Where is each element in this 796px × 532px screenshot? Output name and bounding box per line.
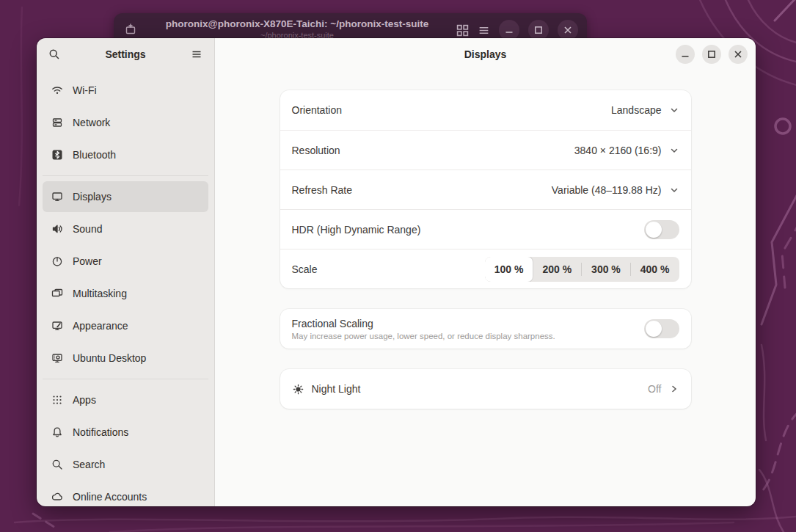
power-icon: [51, 255, 63, 267]
sidebar-item-displays[interactable]: Displays: [43, 181, 208, 212]
orientation-label: Orientation: [292, 104, 604, 116]
sidebar-item-multitasking[interactable]: Multitasking: [43, 278, 208, 309]
refresh-rate-label: Refresh Rate: [292, 184, 544, 196]
new-tab-icon[interactable]: [124, 23, 137, 36]
resolution-value: 3840 × 2160 (16:9): [574, 145, 662, 156]
fractional-scaling-card: Fractional Scaling May increase power us…: [280, 309, 691, 349]
sidebar-item-bluetooth[interactable]: Bluetooth: [43, 139, 208, 170]
sidebar-item-appearance[interactable]: Appearance: [43, 310, 208, 341]
sidebar-item-label: Ubuntu Desktop: [73, 352, 146, 364]
sidebar-item-network[interactable]: Network: [43, 107, 208, 138]
network-icon: [51, 117, 63, 128]
hamburger-menu-icon[interactable]: [191, 48, 202, 60]
orientation-row[interactable]: Orientation Landscape: [280, 90, 691, 130]
sidebar-separator: [43, 379, 208, 379]
sound-icon: [51, 223, 63, 235]
sidebar-item-label: Network: [73, 117, 110, 128]
fractional-scaling-subtitle: May increase power usage, lower speed, o…: [292, 332, 637, 340]
hdr-toggle[interactable]: [644, 220, 679, 239]
close-button[interactable]: [729, 45, 748, 64]
apps-grid-icon: [51, 394, 63, 406]
sidebar-item-label: Bluetooth: [73, 149, 116, 161]
sidebar-item-wifi[interactable]: Wi-Fi: [43, 75, 208, 106]
scale-label: Scale: [292, 263, 478, 275]
display-settings-card: Orientation Landscape Resolution 3840 × …: [280, 90, 691, 288]
terminal-title: phoronix@phoronix-X870E-Taichi: ~/phoron…: [150, 18, 444, 29]
fractional-scaling-label: Fractional Scaling: [292, 318, 637, 329]
bell-icon: [51, 426, 63, 438]
displays-panel: Displays Orientation Landscape: [215, 38, 756, 506]
sidebar-item-power[interactable]: Power: [43, 246, 208, 277]
resolution-row[interactable]: Resolution 3840 × 2160 (16:9): [280, 130, 691, 170]
display-icon: [51, 191, 63, 203]
minimize-button[interactable]: [676, 45, 695, 64]
multitasking-icon: [51, 288, 63, 299]
bluetooth-icon: [51, 149, 63, 161]
scale-option-100[interactable]: 100 %: [485, 257, 533, 282]
chevron-down-icon: [669, 105, 679, 115]
maximize-button[interactable]: [702, 45, 721, 64]
hdr-label: HDR (High Dynamic Range): [292, 224, 637, 236]
sidebar-item-search[interactable]: Search: [43, 449, 208, 480]
terminal-minimize-button[interactable]: [499, 20, 519, 40]
chevron-down-icon: [669, 145, 679, 156]
sidebar-item-label: Notifications: [73, 426, 128, 438]
refresh-rate-value: Variable (48–119.88 Hz): [552, 184, 662, 196]
scale-option-300[interactable]: 300 %: [582, 257, 630, 282]
toggle-knob: [646, 222, 662, 238]
sidebar-item-label: Appearance: [73, 320, 128, 332]
sidebar-item-label: Multitasking: [73, 288, 127, 299]
night-light-status: Off: [648, 383, 661, 395]
resolution-label: Resolution: [292, 145, 567, 156]
sidebar-item-ubuntu-desktop[interactable]: Ubuntu Desktop: [43, 343, 208, 374]
menu-icon[interactable]: [478, 24, 490, 37]
sidebar-item-label: Apps: [73, 394, 96, 406]
settings-window: Settings Wi-Fi: [37, 38, 756, 506]
ubuntu-desktop-icon: [51, 352, 63, 364]
scale-option-200[interactable]: 200 %: [533, 257, 581, 282]
chevron-right-icon: [669, 384, 679, 394]
sidebar-item-label: Search: [73, 459, 105, 470]
sidebar-item-label: Online Accounts: [73, 491, 147, 503]
scale-row: Scale 100 % 200 % 300 % 400 %: [280, 249, 691, 288]
scale-segmented-control: 100 % 200 % 300 % 400 %: [485, 257, 679, 282]
sidebar-item-label: Displays: [73, 191, 112, 203]
terminal-maximize-button[interactable]: [528, 20, 549, 40]
terminal-close-button[interactable]: [558, 20, 578, 40]
wifi-icon: [51, 84, 63, 96]
orientation-value: Landscape: [611, 104, 662, 116]
sidebar-item-notifications[interactable]: Notifications: [43, 417, 208, 448]
tab-overview-icon[interactable]: [456, 24, 469, 37]
scale-option-400[interactable]: 400 %: [631, 257, 679, 282]
search-icon[interactable]: [48, 48, 60, 60]
page-title: Displays: [215, 38, 756, 70]
sidebar-item-label: Sound: [73, 223, 102, 235]
sidebar-item-label: Power: [73, 255, 102, 267]
sidebar-item-apps[interactable]: Apps: [43, 385, 208, 415]
toggle-knob: [646, 321, 662, 337]
night-light-card: Night Light Off: [280, 369, 691, 409]
cloud-icon: [51, 491, 63, 503]
hdr-row: HDR (High Dynamic Range): [280, 209, 691, 249]
fractional-scaling-row: Fractional Scaling May increase power us…: [280, 309, 691, 349]
night-light-label: Night Light: [312, 383, 641, 395]
search-item-icon: [51, 459, 63, 470]
appearance-icon: [51, 320, 63, 332]
sidebar-title: Settings: [60, 48, 191, 60]
sidebar-item-online-accounts[interactable]: Online Accounts: [43, 481, 208, 506]
night-light-row[interactable]: Night Light Off: [280, 369, 691, 409]
night-light-icon: [292, 383, 304, 396]
sidebar-separator: [43, 175, 208, 176]
sidebar-item-sound[interactable]: Sound: [43, 214, 208, 244]
sidebar-item-label: Wi-Fi: [73, 84, 97, 96]
chevron-down-icon: [669, 185, 679, 195]
fractional-scaling-toggle[interactable]: [644, 319, 679, 338]
refresh-rate-row[interactable]: Refresh Rate Variable (48–119.88 Hz): [280, 170, 691, 209]
settings-sidebar: Settings Wi-Fi: [37, 38, 215, 506]
